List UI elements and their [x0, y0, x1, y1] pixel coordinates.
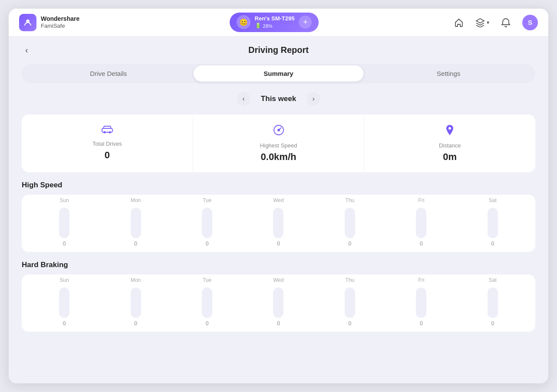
next-week-button[interactable]: › — [307, 92, 320, 106]
header-right: ▾ S — [451, 15, 538, 30]
bar-wrap — [131, 208, 141, 238]
bar-day-label: Thu — [346, 277, 355, 283]
home-button[interactable] — [451, 15, 467, 30]
bar-col: Sun0 — [29, 197, 100, 247]
bar-wrap — [488, 208, 498, 238]
brand-sub: FamiSafe — [41, 23, 79, 29]
speed-icon — [273, 124, 285, 139]
high-speed-title: High Speed — [22, 181, 535, 189]
bar-col: Thu0 — [314, 197, 386, 247]
high-speed-bar-chart: Sun0Mon0Tue0Wed0Thu0Fri0Sat0 — [29, 203, 528, 247]
device-pill[interactable]: 😊 Ren's SM-T295 🔋 28% + — [230, 13, 319, 32]
bar-day-label: Sun — [60, 277, 69, 283]
svg-rect-1 — [102, 128, 112, 132]
stat-total-drives-label: Total Drives — [92, 140, 122, 147]
bar-value-label: 0 — [349, 320, 352, 327]
stat-total-drives: Total Drives 0 — [22, 114, 193, 172]
hard-braking-section: Hard Braking Sun0Mon0Tue0Wed0Thu0Fri0Sat… — [22, 261, 535, 332]
bar-value-label: 0 — [134, 320, 137, 327]
bar-day-label: Tue — [203, 197, 211, 203]
bar-value-label: 0 — [206, 241, 209, 247]
svg-point-2 — [103, 131, 105, 134]
bar-value-label: 0 — [277, 320, 280, 327]
week-nav: ‹ This week › — [22, 92, 535, 106]
bar-col: Sat0 — [457, 277, 528, 327]
tab-drive-details[interactable]: Drive Details — [23, 65, 194, 82]
bar-day-label: Tue — [203, 277, 211, 283]
header: Wondershare FamiSafe 😊 Ren's SM-T295 🔋 2… — [9, 9, 548, 36]
bar-value-label: 0 — [277, 241, 280, 247]
device-info: Ren's SM-T295 🔋 28% — [255, 15, 295, 29]
brand-name: Wondershare — [41, 15, 79, 23]
stat-distance-label: Distance — [439, 142, 461, 149]
high-speed-section: High Speed Sun0Mon0Tue0Wed0Thu0Fri0Sat0 — [22, 181, 535, 252]
device-avatar-icon: 😊 — [237, 15, 250, 29]
page-title: Driving Report — [248, 45, 309, 55]
logo-text: Wondershare FamiSafe — [41, 15, 79, 29]
bar-col: Sat0 — [457, 197, 528, 247]
bar-day-label: Mon — [131, 277, 141, 283]
add-device-button[interactable]: + — [299, 16, 312, 29]
bar-day-label: Mon — [131, 197, 141, 203]
bar-wrap — [345, 208, 355, 238]
prev-week-button[interactable]: ‹ — [237, 92, 250, 106]
user-avatar[interactable]: S — [522, 15, 538, 30]
bar-col: Fri0 — [386, 197, 457, 247]
bar-col: Fri0 — [386, 277, 457, 327]
bar-value-label: 0 — [63, 320, 66, 327]
bar-day-label: Wed — [273, 197, 283, 203]
stat-highest-speed: Highest Speed 0.0km/h — [193, 114, 365, 172]
battery-level: 28% — [263, 23, 273, 29]
bar-value-label: 0 — [206, 320, 209, 327]
bar-day-label: Sat — [489, 197, 497, 203]
bar-day-label: Thu — [346, 197, 355, 203]
car-icon — [101, 124, 113, 137]
bar-col: Wed0 — [243, 197, 314, 247]
bar-value-label: 0 — [420, 320, 423, 327]
tab-settings[interactable]: Settings — [363, 65, 534, 82]
bar-day-label: Wed — [273, 277, 283, 283]
stat-total-drives-value: 0 — [105, 150, 110, 161]
bar-day-label: Sun — [60, 197, 69, 203]
bar-col: Mon0 — [100, 197, 171, 247]
chevron-down-icon: ▾ — [487, 20, 489, 26]
hard-braking-bar-chart: Sun0Mon0Tue0Wed0Thu0Fri0Sat0 — [29, 283, 528, 327]
device-name: Ren's SM-T295 — [255, 15, 295, 23]
logo-area: Wondershare FamiSafe — [19, 14, 97, 31]
bar-value-label: 0 — [134, 241, 137, 247]
page-header: ‹ Driving Report — [22, 45, 535, 55]
notification-button[interactable] — [498, 15, 514, 30]
bar-wrap — [273, 208, 283, 238]
device-battery: 🔋 28% — [255, 23, 295, 29]
bar-wrap — [345, 287, 355, 318]
bar-day-label: Fri — [418, 277, 424, 283]
bar-wrap — [202, 287, 212, 318]
header-center: 😊 Ren's SM-T295 🔋 28% + — [97, 13, 451, 32]
bar-day-label: Sat — [489, 277, 497, 283]
bar-col: Mon0 — [100, 277, 171, 327]
hard-braking-chart: Sun0Mon0Tue0Wed0Thu0Fri0Sat0 — [22, 274, 535, 332]
svg-point-7 — [448, 127, 451, 130]
bar-wrap — [416, 287, 426, 318]
stat-distance: Distance 0m — [364, 114, 535, 172]
back-button[interactable]: ‹ — [22, 43, 32, 57]
stat-highest-speed-value: 0.0km/h — [261, 151, 297, 163]
bar-value-label: 0 — [491, 320, 494, 327]
bar-wrap — [59, 208, 69, 238]
battery-icon: 🔋 — [255, 23, 261, 29]
location-icon — [445, 124, 455, 139]
main-content: ‹ Driving Report Drive Details Summary S… — [9, 36, 548, 383]
bar-value-label: 0 — [420, 241, 423, 247]
bar-value-label: 0 — [349, 241, 352, 247]
bar-col: Thu0 — [314, 277, 386, 327]
layers-button[interactable]: ▾ — [475, 18, 489, 27]
tab-summary[interactable]: Summary — [194, 65, 364, 82]
bar-col: Tue0 — [171, 277, 243, 327]
svg-line-6 — [279, 127, 281, 130]
stat-highest-speed-label: Highest Speed — [260, 142, 297, 149]
svg-point-3 — [109, 131, 111, 134]
bar-wrap — [273, 287, 283, 318]
bar-wrap — [131, 287, 141, 318]
stats-card: Total Drives 0 Highest Speed 0.0km/h — [22, 114, 535, 172]
bar-wrap — [416, 208, 426, 238]
